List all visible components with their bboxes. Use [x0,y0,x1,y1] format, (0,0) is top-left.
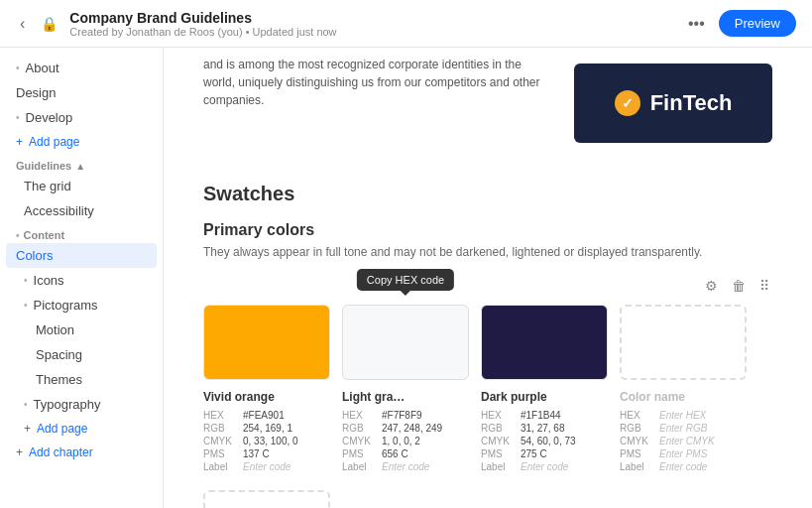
rgb-label-1: RGB [203,423,239,434]
swatch-pms-row-3: PMS 275 C [481,448,608,459]
dot-icon-pictograms: • [24,300,28,311]
hex-label-1: HEX [203,410,239,421]
label-input-2[interactable]: Enter code [382,461,429,472]
content-area: and is among the most recognized corpora… [164,48,812,508]
settings-button[interactable]: ⚙ [702,275,721,297]
primary-colors-title: Primary colors [203,221,772,239]
sidebar-label-accessibility: Accessibility [24,203,94,218]
swatch-preview-vivid-orange [203,305,330,380]
sidebar-item-design[interactable]: Design [0,80,163,105]
fintech-label: FinTech [650,90,733,116]
sidebar-item-colors[interactable]: Colors [6,243,157,268]
drag-handle-button[interactable]: ⠿ [756,275,772,297]
label-input-3[interactable]: Enter code [521,461,568,472]
back-button[interactable]: ‹ [16,11,29,37]
cmyk-label-3: CMYK [481,436,517,446]
plus-icon-2: + [24,422,31,436]
hex-value-1: #FEA901 [243,410,285,421]
pms-value-2: 656 C [382,448,408,459]
sidebar-label-the-grid: The grid [24,179,71,193]
dot-icon-content: • [16,230,20,241]
add-page-label-1: Add page [29,135,79,149]
swatch-cmyk-row-3: CMYK 54, 60, 0, 73 [481,436,608,446]
swatch-cmyk-row-4: CMYK Enter CMYK [620,436,747,446]
label-label-1: Label [203,461,239,472]
sidebar-item-pictograms[interactable]: • Pictograms [0,293,163,318]
swatch-hex-row-1: HEX #FEA901 [203,410,330,421]
rgb-label-2: RGB [342,423,378,434]
sidebar-item-typography[interactable]: • Typography [0,392,163,417]
pms-label-1: PMS [203,448,239,459]
hex-value-2: #F7F8F9 [382,410,422,421]
sidebar-label-motion: Motion [36,322,74,337]
top-bar-right: ••• Preview [684,10,796,37]
sidebar-label-themes: Themes [36,372,82,387]
pms-input-4[interactable]: Enter PMS [659,448,707,459]
primary-colors-desc: They always appear in full tone and may … [203,245,772,259]
preview-button[interactable]: Preview [719,10,796,37]
swatch-light-gray: Copy HEX code Light gra… HEX #F7F8F9 RGB… [342,305,469,474]
add-page-button-1[interactable]: + Add page [0,130,163,154]
dot-icon-typography: • [24,399,28,410]
swatch-vivid-orange: Vivid orange HEX #FEA901 RGB 254, 169, 1… [203,305,330,474]
swatch-label-row-3: Label Enter code [481,461,608,472]
swatch-preview-light-gray [342,305,469,380]
sidebar-item-develop[interactable]: • Develop [0,105,163,130]
rgb-value-3: 31, 27, 68 [521,423,564,434]
add-swatch-placeholder[interactable] [203,490,330,508]
add-chapter-button[interactable]: + Add chapter [0,441,163,464]
swatch-rgb-row-1: RGB 254, 169, 1 [203,423,330,434]
chevron-up-icon: ▲ [75,161,85,172]
sidebar-label-colors: Colors [16,248,54,263]
cmyk-label-2: CMYK [342,436,378,446]
swatch-label-row-4: Label Enter code [620,461,747,472]
label-input-4[interactable]: Enter code [659,461,707,472]
rgb-label-3: RGB [481,423,517,434]
swatches-row: Vivid orange HEX #FEA901 RGB 254, 169, 1… [203,305,772,474]
sidebar-item-accessibility[interactable]: Accessibility [0,198,163,223]
lock-icon: 🔒 [41,16,58,32]
swatches-title: Swatches [203,183,772,205]
delete-button[interactable]: 🗑 [729,275,749,297]
pms-value-3: 275 C [521,448,547,459]
label-label-3: Label [481,461,517,472]
pms-label-2: PMS [342,448,378,459]
sidebar-item-themes[interactable]: Themes [0,367,163,392]
swatch-hex-row-4: HEX Enter HEX [620,410,747,421]
cmyk-value-3: 54, 60, 0, 73 [521,436,576,446]
sidebar-label-icons: Icons [34,273,64,288]
swatch-empty: Color name HEX Enter HEX RGB Enter RGB C… [620,305,747,474]
swatch-hex-row-2: HEX #F7F8F9 [342,410,469,421]
sidebar-item-spacing[interactable]: Spacing [0,342,163,367]
rgb-input-4[interactable]: Enter RGB [659,423,707,434]
swatch-pms-row-1: PMS 137 C [203,448,330,459]
top-bar-left: ‹ 🔒 Company Brand Guidelines Created by … [16,10,337,38]
hex-value-3: #1F1B44 [521,410,561,421]
sidebar-item-the-grid[interactable]: The grid [0,174,163,198]
cmyk-value-1: 0, 33, 100, 0 [243,436,298,446]
rgb-value-1: 254, 169, 1 [243,423,292,434]
fintech-banner: ✓ FinTech [574,64,772,143]
doc-info: Company Brand Guidelines Created by Jona… [69,10,336,38]
more-button[interactable]: ••• [684,11,709,37]
swatch-cmyk-row-1: CMYK 0, 33, 100, 0 [203,436,330,446]
sidebar-label-spacing: Spacing [36,347,82,362]
sidebar-item-about[interactable]: • About [0,56,163,80]
swatch-name-light-gray: Light gra… [342,390,469,404]
hex-input-4[interactable]: Enter HEX [659,410,706,421]
hex-label-2: HEX [342,410,378,421]
add-page-button-2[interactable]: + Add page [0,417,163,441]
swatch-pms-row-4: PMS Enter PMS [620,448,747,459]
hex-label-4: HEX [620,410,655,421]
cmyk-input-4[interactable]: Enter CMYK [659,436,715,446]
cmyk-label-1: CMYK [203,436,239,446]
sidebar-label-pictograms: Pictograms [34,298,98,313]
swatch-cmyk-row-2: CMYK 1, 0, 0, 2 [342,436,469,446]
sidebar-item-motion[interactable]: Motion [0,318,163,342]
swatch-rgb-row-2: RGB 247, 248, 249 [342,423,469,434]
sidebar-label-design: Design [16,85,56,100]
sidebar-item-icons[interactable]: • Icons [0,268,163,293]
pms-label-3: PMS [481,448,517,459]
swatch-label-row-1: Label Enter code [203,461,330,472]
label-input-1[interactable]: Enter code [243,461,290,472]
